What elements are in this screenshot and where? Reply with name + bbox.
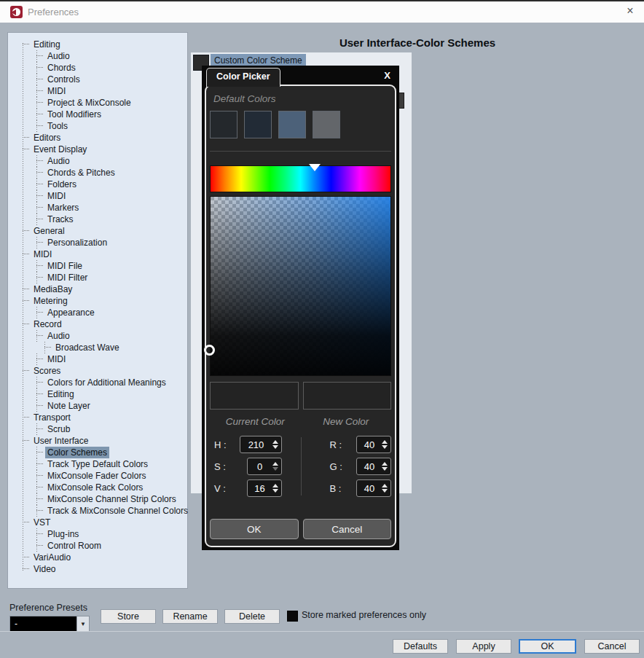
tree-item-label: MIDI — [45, 85, 68, 97]
tree-item[interactable]: Tools — [8, 120, 187, 132]
tree-item[interactable]: Folders — [8, 179, 187, 190]
spinner-arrows-icon[interactable] — [272, 440, 281, 449]
dropdown-arrow-icon[interactable]: ▼ — [76, 616, 89, 631]
color-picker-ok-button[interactable]: OK — [210, 519, 299, 539]
preset-dropdown[interactable]: - ▼ — [9, 616, 90, 632]
tree-item-label: Track Type Default Colors — [45, 458, 150, 470]
color-picker-close-icon[interactable]: X — [384, 70, 390, 81]
tree-item[interactable]: Tool Modifiers — [8, 109, 187, 120]
default-color-swatch[interactable] — [210, 111, 237, 138]
sv-marker[interactable] — [204, 345, 215, 356]
r-spinner[interactable]: R :40 — [301, 436, 392, 453]
hue-slider[interactable] — [210, 165, 391, 192]
tree-item[interactable]: General — [8, 225, 187, 237]
tree-item[interactable]: VST — [8, 517, 187, 528]
cancel-button[interactable]: Cancel — [584, 639, 640, 654]
tree-connector — [36, 207, 43, 208]
tree-connector — [36, 172, 43, 173]
rename-button[interactable]: Rename — [162, 609, 218, 624]
tree-item[interactable]: Chords — [8, 62, 187, 74]
tree-item-label: Control Room — [45, 540, 103, 552]
color-compare-row — [210, 382, 391, 410]
tree-item[interactable]: Color Schemes — [8, 447, 187, 458]
tree-item[interactable]: Personalization — [8, 237, 187, 248]
tree-item[interactable]: MIDI File — [8, 260, 187, 272]
tree-item[interactable]: Scores — [8, 365, 187, 377]
store-marked-checkbox[interactable] — [287, 611, 298, 622]
tree-item[interactable]: Markers — [8, 202, 187, 214]
tree-item[interactable]: Appearance — [8, 307, 187, 318]
spinner-value-box[interactable]: 210 — [240, 436, 282, 453]
hue-marker[interactable] — [309, 164, 321, 171]
v-spinner[interactable]: V :16 — [210, 479, 301, 497]
tree-item-label: Record — [31, 318, 64, 330]
tree-item[interactable]: MediaBay — [8, 283, 187, 295]
tree-item[interactable]: Audio — [8, 155, 187, 167]
tree-connector — [36, 510, 43, 512]
tree-connector — [36, 487, 43, 488]
tree-item[interactable]: Tracks — [8, 214, 187, 225]
tree-item[interactable]: MIDI Filter — [8, 272, 187, 283]
tree-item[interactable]: MIDI — [8, 190, 187, 202]
tree-item[interactable]: Scrub — [8, 423, 187, 435]
spinner-value-box[interactable]: 40 — [356, 458, 391, 475]
h-spinner[interactable]: H :210 — [210, 436, 301, 453]
tree-item[interactable]: Transport — [8, 412, 187, 423]
tree-item[interactable]: MixConsole Rack Colors — [8, 482, 187, 493]
s-spinner[interactable]: S :0 — [210, 458, 301, 475]
spinner-value-box[interactable]: 16 — [247, 479, 282, 497]
spinner-arrows-icon[interactable] — [382, 484, 390, 493]
tree-item[interactable]: Broadcast Wave — [8, 342, 187, 353]
tree-item-label: Video — [31, 563, 58, 575]
default-color-swatch[interactable] — [278, 111, 306, 138]
g-spinner[interactable]: G :40 — [301, 458, 392, 475]
tree-item[interactable]: Note Layer — [8, 400, 187, 412]
tree-item[interactable]: MIDI — [8, 353, 187, 365]
spinner-arrows-icon[interactable] — [382, 440, 390, 449]
tree-item[interactable]: Event Display — [8, 144, 187, 155]
tree-item[interactable]: Control Room — [8, 540, 187, 552]
tree-item[interactable]: Audio — [8, 330, 187, 342]
tree-connector — [23, 522, 29, 523]
tree-item[interactable]: Controls — [8, 74, 187, 85]
tree-item[interactable]: Track & MixConsole Channel Colors — [8, 505, 187, 517]
tree-item[interactable]: Chords & Pitches — [8, 167, 187, 179]
b-spinner[interactable]: B :40 — [301, 479, 392, 497]
spinner-value-box[interactable]: 40 — [356, 479, 391, 497]
default-color-swatch[interactable] — [244, 111, 272, 138]
tree-item[interactable]: User Interface — [8, 435, 187, 447]
store-button[interactable]: Store — [101, 609, 156, 624]
window-close-icon[interactable]: × — [622, 4, 638, 17]
spinner-arrows-icon[interactable] — [382, 462, 390, 471]
default-color-swatch[interactable] — [313, 111, 340, 138]
tree-item[interactable]: Colors for Additional Meanings — [8, 377, 187, 388]
spinner-value: 40 — [357, 461, 382, 472]
ok-button[interactable]: OK — [519, 639, 576, 654]
tree-connector — [36, 382, 43, 383]
tree-item[interactable]: Editing — [8, 388, 187, 400]
tree-item[interactable]: Editing — [8, 39, 187, 50]
spinner-value-box[interactable]: 40 — [356, 436, 391, 453]
tree-item[interactable]: MIDI — [8, 248, 187, 260]
saturation-value-field[interactable] — [210, 196, 391, 376]
tree-item[interactable]: Audio — [8, 50, 187, 62]
spinner-arrows-icon[interactable] — [272, 484, 281, 493]
spinner-arrows-icon[interactable] — [272, 462, 281, 471]
spinner-value-box[interactable]: 0 — [247, 458, 282, 475]
tree-item[interactable]: Record — [8, 318, 187, 330]
tree-item[interactable]: Editors — [8, 132, 187, 144]
tree-item[interactable]: Video — [8, 563, 187, 575]
tree-item[interactable]: VariAudio — [8, 552, 187, 563]
defaults-button[interactable]: Defaults — [393, 639, 448, 654]
tree-item[interactable]: Plug-ins — [8, 528, 187, 540]
tree-item[interactable]: Track Type Default Colors — [8, 458, 187, 470]
tree-connector — [36, 265, 43, 267]
tree-item[interactable]: Project & MixConsole — [8, 97, 187, 109]
delete-button[interactable]: Delete — [224, 609, 280, 624]
tree-item[interactable]: MixConsole Channel Strip Colors — [8, 493, 187, 505]
tree-item[interactable]: Metering — [8, 295, 187, 307]
apply-button[interactable]: Apply — [456, 639, 511, 654]
tree-item[interactable]: MIDI — [8, 85, 187, 97]
color-picker-cancel-button[interactable]: Cancel — [303, 519, 392, 539]
tree-item[interactable]: MixConsole Fader Colors — [8, 470, 187, 482]
